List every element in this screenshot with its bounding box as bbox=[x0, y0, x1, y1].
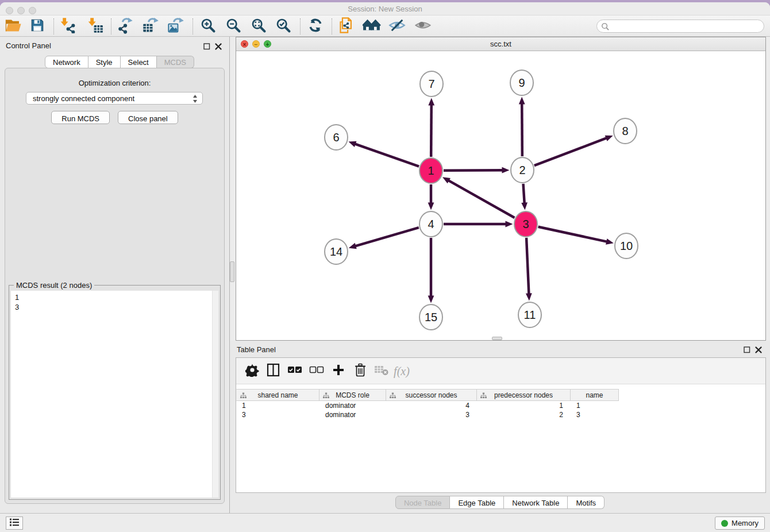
zoom-fit-button[interactable] bbox=[248, 17, 269, 36]
status-bar: Memory bbox=[0, 513, 770, 532]
export-image-button[interactable] bbox=[165, 17, 186, 36]
run-mcds-button[interactable]: Run MCDS bbox=[51, 111, 110, 124]
hide-unselected-button[interactable] bbox=[387, 17, 407, 36]
table-toolbar: f(x) bbox=[236, 358, 765, 384]
mcds-result-textarea[interactable]: 13 bbox=[11, 291, 218, 498]
edge-3-1[interactable] bbox=[448, 180, 515, 218]
import-network-icon bbox=[60, 17, 76, 36]
import-table-button[interactable] bbox=[85, 17, 106, 36]
mcds-panel: Optimization criterion: strongly connect… bbox=[5, 68, 225, 504]
column-header-predecessor-nodes[interactable]: predecessor nodes bbox=[477, 389, 571, 401]
export-network-button[interactable] bbox=[115, 17, 136, 36]
save-disk-icon bbox=[30, 18, 45, 35]
close-panel-icon[interactable] bbox=[215, 42, 222, 49]
network-window-titlebar[interactable]: × − + scc.txt bbox=[236, 37, 765, 51]
apply-layout-button[interactable] bbox=[305, 17, 326, 36]
delete-column-button[interactable] bbox=[351, 363, 369, 380]
copy-network-icon bbox=[338, 17, 356, 36]
edge-4-14[interactable] bbox=[355, 228, 418, 246]
open-session-button[interactable] bbox=[3, 17, 24, 36]
mcds-result-lines: 13 bbox=[11, 291, 218, 314]
select-all-columns-button[interactable] bbox=[286, 363, 304, 380]
network-graph[interactable]: 7968124314101511 bbox=[236, 51, 765, 340]
save-session-button[interactable] bbox=[27, 17, 48, 36]
delete-table-icon bbox=[374, 364, 389, 379]
shared-column-icon-label: MCDS role bbox=[336, 391, 369, 399]
deselect-all-columns-button[interactable] bbox=[307, 363, 326, 380]
mcds-result-title: MCDS result (2 nodes) bbox=[14, 281, 94, 290]
network-canvas[interactable]: 7968124314101511 bbox=[236, 51, 765, 340]
close-table-panel-icon[interactable] bbox=[755, 345, 763, 353]
chevron-updown-icon bbox=[192, 94, 198, 106]
import-network-button[interactable] bbox=[57, 17, 78, 36]
toggle-column-panel-button[interactable] bbox=[264, 363, 282, 380]
tab-select[interactable]: Select bbox=[121, 56, 157, 68]
table-cell: 4 bbox=[386, 401, 477, 410]
tab-network[interactable]: Network bbox=[45, 56, 88, 68]
edge-arrowhead bbox=[502, 167, 509, 174]
tab-network-table[interactable]: Network Table bbox=[504, 496, 568, 509]
home-button[interactable] bbox=[361, 17, 382, 36]
tab-edge-table[interactable]: Edge Table bbox=[450, 496, 504, 509]
zoom-selected-button[interactable] bbox=[273, 17, 294, 36]
network-snapshot-button[interactable] bbox=[337, 17, 357, 36]
column-header-shared-name[interactable]: shared name bbox=[236, 389, 319, 401]
control-panel-title: Control Panel bbox=[6, 41, 51, 50]
edge-1-7[interactable] bbox=[431, 104, 432, 157]
table-row[interactable]: 3dominator323 bbox=[236, 410, 619, 419]
table-row[interactable]: 1dominator411 bbox=[236, 401, 619, 410]
unchecked-boxes-icon bbox=[309, 366, 324, 376]
result-scrollbar[interactable] bbox=[212, 291, 218, 498]
control-panel-tabs: NetworkStyleSelectMCDS bbox=[45, 56, 194, 68]
edge-1-2[interactable] bbox=[444, 170, 503, 171]
tab-style[interactable]: Style bbox=[88, 56, 121, 68]
fx-icon: f(x) bbox=[394, 365, 410, 378]
memory-button[interactable]: Memory bbox=[715, 516, 765, 530]
toolbar-separator bbox=[192, 18, 193, 34]
horizontal-splitter-handle[interactable] bbox=[492, 337, 502, 340]
graph-node-label: 1 bbox=[428, 164, 434, 177]
tab-node-table[interactable]: Node Table bbox=[395, 496, 451, 509]
column-header-MCDS-role[interactable]: MCDS role bbox=[319, 389, 386, 401]
graph-node-label: 7 bbox=[428, 78, 434, 90]
tab-motifs[interactable]: Motifs bbox=[568, 496, 605, 509]
criterion-select[interactable]: strongly connected component bbox=[26, 92, 203, 105]
toolbar-separator bbox=[300, 18, 301, 34]
function-builder-button[interactable]: f(x) bbox=[392, 363, 411, 380]
float-panel-icon[interactable] bbox=[203, 42, 211, 49]
float-table-panel-icon[interactable] bbox=[744, 345, 751, 353]
vertical-splitter-handle[interactable] bbox=[230, 261, 234, 282]
graph-node-label: 9 bbox=[518, 76, 525, 89]
column-header-successor-nodes[interactable]: successor nodes bbox=[386, 389, 477, 401]
open-folder-icon bbox=[5, 18, 22, 35]
zoom-out-button[interactable] bbox=[223, 17, 244, 36]
graph-node-label: 14 bbox=[330, 245, 342, 258]
show-all-button[interactable] bbox=[413, 17, 433, 36]
export-network-icon bbox=[117, 17, 134, 36]
table-settings-button[interactable] bbox=[243, 363, 261, 380]
zoom-in-button[interactable] bbox=[198, 17, 218, 36]
task-history-button[interactable] bbox=[6, 516, 23, 530]
table-cell: 3 bbox=[236, 410, 319, 419]
search-field[interactable] bbox=[596, 20, 764, 33]
optimization-criterion-label: Optimization criterion: bbox=[5, 79, 224, 87]
search-input[interactable] bbox=[612, 21, 759, 31]
tab-mcds[interactable]: MCDS bbox=[157, 56, 194, 68]
delete-table-button[interactable] bbox=[372, 363, 391, 380]
memory-label: Memory bbox=[732, 519, 759, 527]
close-panel-button[interactable]: Close panel bbox=[118, 111, 178, 124]
table-cell: 1 bbox=[571, 401, 619, 410]
title-bar: Session: New Session bbox=[0, 2, 770, 15]
graph-node-label: 11 bbox=[524, 309, 536, 321]
export-table-button[interactable] bbox=[140, 17, 161, 36]
edge-arrowhead bbox=[526, 293, 532, 300]
column-header-name[interactable]: name bbox=[571, 389, 619, 401]
add-column-button[interactable] bbox=[329, 363, 348, 380]
edge-arrowhead bbox=[428, 203, 434, 210]
edge-2-9[interactable] bbox=[522, 103, 522, 156]
edge-1-6[interactable] bbox=[355, 144, 419, 166]
edge-2-8[interactable] bbox=[534, 138, 607, 165]
edge-2-3[interactable] bbox=[523, 184, 525, 204]
edge-3-11[interactable] bbox=[526, 238, 529, 295]
edge-3-10[interactable] bbox=[538, 227, 608, 242]
